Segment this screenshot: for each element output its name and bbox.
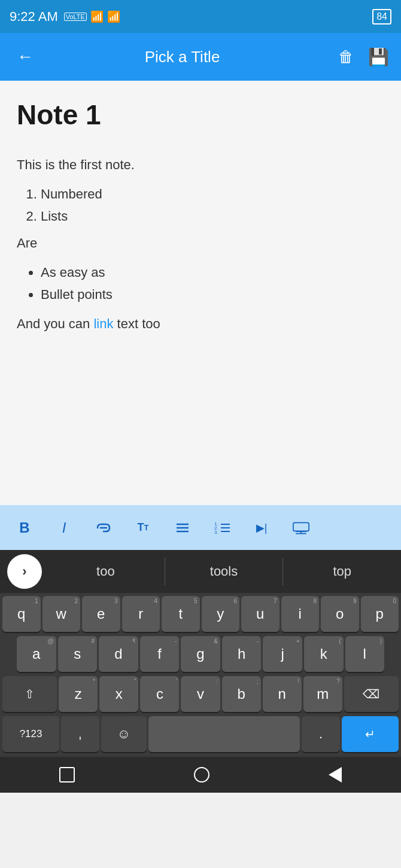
link-line-before: And you can [17, 316, 93, 331]
key-c[interactable]: c' [140, 676, 179, 712]
svg-rect-10 [293, 522, 309, 531]
key-i[interactable]: i8 [281, 596, 320, 632]
bullet-list-button[interactable] [164, 510, 201, 546]
key-w[interactable]: w2 [42, 596, 81, 632]
link-line-after: text too [113, 316, 160, 331]
keyboard-button[interactable] [282, 510, 320, 546]
suggestion-item-tools[interactable]: tools [165, 558, 284, 585]
list-item: Bullet points [41, 285, 384, 304]
nav-bar [0, 757, 401, 793]
shift-key[interactable]: ⇧ [2, 676, 57, 712]
key-r[interactable]: r4 [122, 596, 160, 632]
comma-key[interactable]: , [61, 716, 99, 752]
note-body[interactable]: This is the first note. Numbered Lists A… [17, 155, 384, 334]
link-anchor[interactable]: link [93, 316, 113, 331]
key-p[interactable]: p0 [361, 596, 399, 632]
status-bar-right: 84 [372, 9, 391, 25]
numbered-list: Numbered Lists [17, 184, 384, 226]
nav-square-button[interactable] [59, 767, 75, 783]
key-y[interactable]: y6 [202, 596, 240, 632]
svg-text:3.: 3. [214, 530, 218, 535]
key-v[interactable]: v: [181, 676, 220, 712]
delete-button[interactable]: 🗑 [338, 48, 354, 66]
suggestion-item-top[interactable]: top [283, 558, 401, 585]
key-a[interactable]: a@ [17, 636, 56, 672]
key-h[interactable]: h- [222, 636, 262, 672]
battery-indicator: 84 [372, 9, 391, 25]
keyboard-row-2: a@ s# d₹ f- g& h- j+ k( l) [0, 633, 401, 673]
key-o[interactable]: o9 [321, 596, 359, 632]
key-m[interactable]: m? [303, 676, 342, 712]
status-icons: VoLTE 📶 📶 [64, 10, 120, 23]
key-b[interactable]: b; [222, 676, 261, 712]
bullet-list: As easy as Bullet points [17, 262, 384, 304]
text-size-button[interactable]: TT [124, 510, 162, 546]
key-t[interactable]: t5 [162, 596, 200, 632]
page-title: Pick a Title [38, 48, 326, 66]
list-item: Lists [41, 206, 384, 226]
note-title[interactable]: Note 1 [17, 99, 384, 131]
back-button[interactable]: ← [12, 42, 38, 71]
formatting-toolbar: B I TT 1. 2. 3. ▶| [0, 505, 401, 550]
key-k[interactable]: k( [304, 636, 344, 672]
suggestions-list: too tools top [47, 558, 401, 585]
key-q[interactable]: q1 [2, 596, 41, 632]
number-switch-key[interactable]: ?123 [2, 716, 59, 752]
key-n[interactable]: n! [263, 676, 302, 712]
indent-button[interactable]: ▶| [243, 510, 280, 546]
suggestions-bar: › too tools top [0, 550, 401, 593]
app-bar-actions: 🗑 💾 [338, 47, 389, 67]
back-arrow-icon: ← [17, 47, 34, 66]
numbered-list-button[interactable]: 1. 2. 3. [203, 510, 241, 546]
period-key[interactable]: . [302, 716, 339, 752]
key-j[interactable]: j+ [263, 636, 302, 672]
enter-key[interactable]: ↵ [342, 716, 399, 752]
key-e[interactable]: e3 [82, 596, 120, 632]
link-button[interactable] [85, 510, 122, 546]
save-button[interactable]: 💾 [368, 47, 389, 67]
list-item: As easy as [41, 262, 384, 282]
status-bar: 9:22 AM VoLTE 📶 📶 84 [0, 0, 401, 33]
emoji-key[interactable]: ☺ [101, 716, 147, 752]
nav-home-button[interactable] [194, 767, 209, 783]
keyboard-row-4: ?123 , ☺ . ↵ [0, 713, 401, 757]
italic-button[interactable]: I [45, 510, 83, 546]
bold-button[interactable]: B [6, 510, 43, 546]
space-key[interactable] [148, 716, 300, 752]
note-first-line: This is the first note. [17, 155, 384, 175]
keyboard-row-1: q1 w2 e3 r4 t5 y6 u7 i8 o9 p0 [0, 593, 401, 633]
keyboard: q1 w2 e3 r4 t5 y6 u7 i8 o9 p0 a@ s# d₹ f… [0, 593, 401, 757]
note-content-area[interactable]: Note 1 This is the first note. Numbered … [0, 81, 401, 505]
key-z[interactable]: z* [59, 676, 98, 712]
status-bar-left: 9:22 AM VoLTE 📶 📶 [10, 9, 120, 25]
nav-back-button[interactable] [329, 767, 342, 783]
keyboard-row-3: ⇧ z* x" c' v: b; n! m? ⌫ [0, 673, 401, 713]
wifi-icon: 📶 [107, 10, 120, 23]
key-f[interactable]: f- [140, 636, 180, 672]
key-u[interactable]: u7 [241, 596, 280, 632]
backspace-key[interactable]: ⌫ [344, 676, 399, 712]
sim-icon: 📶 [90, 10, 104, 23]
volte-icon: VoLTE [64, 13, 87, 21]
are-text: Are [17, 233, 384, 253]
status-time: 9:22 AM [10, 9, 58, 25]
suggestion-expand-button[interactable]: › [7, 554, 42, 589]
chevron-right-icon: › [22, 564, 26, 579]
key-g[interactable]: g& [181, 636, 220, 672]
app-bar: ← Pick a Title 🗑 💾 [0, 33, 401, 81]
list-item: Numbered [41, 184, 384, 204]
suggestion-item-too[interactable]: too [47, 558, 165, 585]
link-line: And you can link text too [17, 314, 384, 334]
key-s[interactable]: s# [58, 636, 98, 672]
key-d[interactable]: d₹ [99, 636, 138, 672]
key-x[interactable]: x" [99, 676, 138, 712]
key-l[interactable]: l) [345, 636, 385, 672]
